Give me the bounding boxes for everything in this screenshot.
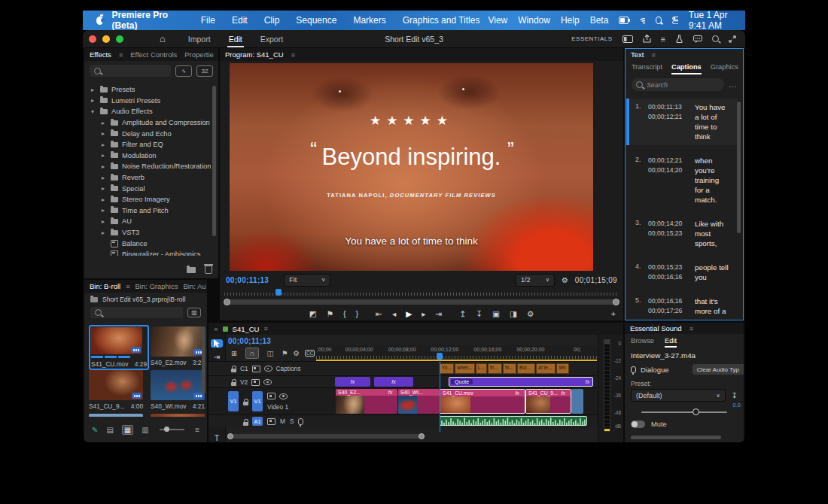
bin-clip-selected[interactable]: S41_CU.mov4:29 [89,325,149,370]
track-select-forward-tool[interactable]: ⇥ [211,353,223,361]
graphics-clip-quote[interactable]: Quotefx [449,377,593,387]
bin-clip[interactable]: S40_E2.mov3:28 [151,326,205,366]
zoom-handle-left[interactable] [224,299,230,305]
audio-meters[interactable]: 0 -12 -24 -36 -48 dB [598,335,623,442]
battery-icon[interactable] [619,17,629,24]
button-editor-icon[interactable]: + [611,309,616,318]
export-frame-icon[interactable]: ▣ [492,309,500,318]
bin-breadcrumb[interactable]: Short Edit v65_3.prproj\B-roll [102,296,185,303]
caption-item[interactable]: 3. 00;00;14;2000;00;15;23 Like with most… [626,215,737,252]
tree-item[interactable]: ▸Special [88,183,211,194]
chevron-right-icon[interactable]: ▸ [102,130,107,137]
accelerated-effects-badge[interactable]: ϟ [175,65,192,77]
caption-item[interactable]: 1. 00;00;11;1300;00;12;21 You have a lot… [626,99,737,145]
caption-clip[interactable]: th... [488,363,502,374]
tree-item[interactable]: ▸Amplitude and Compression [88,117,211,129]
tab-bin-broll[interactable]: Bin: B-roll [90,282,120,290]
thumbnail-view-icon[interactable]: ▦ [122,425,133,435]
tab-bin-audio[interactable]: Bin: Au [183,282,205,290]
stack-icon[interactable]: ≡ [661,35,665,44]
fullscreen-icon[interactable] [729,35,736,43]
caption-item[interactable]: 2. 00;00;12;2100;00;14;20 when you're tr… [626,152,737,208]
menu-edit[interactable]: Edit [232,15,248,26]
sel​ection-tool[interactable] [211,339,223,348]
tab-bin-graphics[interactable]: Bin: Graphics [135,282,178,290]
tab-edit[interactable]: Edit [229,35,242,44]
a1-track-content[interactable] [316,415,597,427]
chevron-down-icon[interactable]: ▾ [91,108,96,115]
chevron-right-icon[interactable]: ▸ [102,152,107,159]
apple-logo-icon[interactable] [96,17,103,25]
tree-item[interactable]: Binauralizer - Ambisonics [88,249,211,256]
video-clip-selected[interactable]: S41_CU_9...fx [525,389,571,414]
volume-slider[interactable] [641,411,727,413]
tree-item[interactable]: ▸Noise Reduction/Restoration [88,161,211,172]
snap-magnet-icon[interactable]: ∩ [245,348,259,359]
timeline-timecode[interactable]: 00;00;11;13 [228,337,271,345]
add-marker-icon[interactable]: ⚑ [327,309,333,318]
save-preset-icon[interactable]: ↧ [732,391,738,399]
settings-wrench-icon[interactable]: ⚙ [562,276,568,284]
menu-clip[interactable]: Clip [264,15,280,26]
caption-clip[interactable]: when... [455,363,475,374]
close-sequence-icon[interactable]: × [214,325,218,333]
bin-search-input[interactable] [90,307,183,318]
caption-text[interactable]: people tell you [695,263,729,282]
bin-clip[interactable] [151,414,205,417]
workspace-label[interactable]: ESSENTIALS [571,35,612,42]
tab-program[interactable]: Program: S41_CU [225,50,284,59]
lock-icon[interactable] [231,382,236,386]
essential-sound-hscrollbar[interactable] [631,436,721,439]
chevron-right-icon[interactable]: ▸ [102,141,107,148]
program-video[interactable]: ★★★★★ “ Beyond inspiring. ” TATIANA NAPO… [230,63,593,271]
slider-knob[interactable] [164,427,169,432]
timeline-hscrollbar[interactable] [228,434,424,439]
mark-out-icon[interactable]: } [356,309,359,318]
timeline-playhead-line[interactable] [440,353,440,432]
caption-item[interactable]: 5. 00;00;16;1600;00;17;26 that it's more… [626,293,737,318]
nest-icon[interactable]: ⊞ [228,348,240,358]
step-back-icon[interactable]: ◂ [392,309,396,318]
video-clip[interactable]: S40_WI... [398,389,440,414]
bin-clip[interactable]: S40_WI.mov4:21 [151,370,205,410]
search-icon[interactable] [712,35,719,42]
tree-item[interactable]: ▸Lumetri Presets [88,96,211,107]
captions-search-input[interactable]: Search [632,78,724,91]
solo-track-button[interactable]: S [290,417,294,425]
fit-dropdown[interactable]: Fit∨ [284,274,330,287]
tree-item[interactable]: ▸Filter and EQ [88,139,211,150]
tree-item[interactable]: Balance [88,238,211,249]
extract-icon[interactable]: ↧ [476,309,482,318]
timeline-settings-icon[interactable]: ⚙ [294,349,300,357]
insert-icon[interactable] [267,393,275,399]
menu-window[interactable]: Window [518,15,550,26]
chevron-right-icon[interactable]: ▸ [102,120,107,126]
menu-help[interactable]: Help [561,15,580,26]
share-icon[interactable] [643,35,651,43]
caption-clip[interactable]: At le... [536,363,556,374]
track-visibility-icon[interactable] [263,379,272,385]
panel-menu-icon[interactable]: ≡ [291,51,295,59]
beaker-icon[interactable] [675,35,683,43]
chevron-right-icon[interactable]: ▸ [91,97,96,104]
caption-text[interactable]: You have a lot of time to think [695,102,729,141]
minimize-window-button[interactable] [102,35,110,43]
panel-menu-icon[interactable]: ≡ [263,325,267,332]
bin-clip[interactable] [89,414,143,417]
track-target-v1[interactable]: V1 [252,391,263,411]
graphics-clip[interactable]: fx [335,377,370,387]
new-bin-icon[interactable] [187,267,196,273]
effects-search-input[interactable] [90,65,171,77]
thumbnail-zoom-slider[interactable] [160,429,184,430]
linked-selection-icon[interactable]: ◫ [264,348,276,358]
insert-icon[interactable] [252,366,260,372]
caption-clip[interactable]: th... [503,363,516,374]
tab-properties[interactable]: Propertie [184,50,214,59]
bin-clip[interactable]: S41_CU_9...4:00 [89,370,143,410]
video-clip[interactable] [571,389,583,414]
clip-name[interactable]: S40_WI.mov [151,402,187,410]
tab-edit[interactable]: Edit [665,337,677,345]
insert-icon[interactable] [251,379,260,386]
menu-graphics-titles[interactable]: Graphics and Titles [403,15,480,26]
delete-icon[interactable] [205,266,212,274]
